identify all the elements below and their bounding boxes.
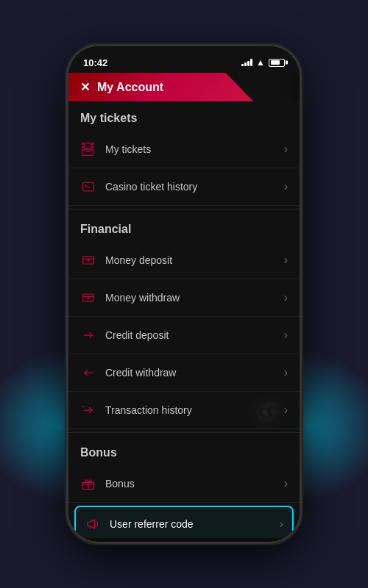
header: ✕ My Account (68, 73, 253, 101)
phone-wrapper: 10:42 ▲ ✕ My Account My tickets (0, 0, 368, 588)
menu-item-credit-deposit[interactable]: Credit deposit › (68, 317, 300, 354)
user-referrer-code-label: User referrer code (110, 518, 194, 530)
close-icon[interactable]: ✕ (80, 80, 90, 94)
my-tickets-label: My tickets (105, 143, 151, 155)
credit-deposit-label: Credit deposit (105, 329, 169, 341)
status-bar: 10:42 ▲ (68, 46, 300, 73)
wifi-icon: ▲ (256, 57, 265, 68)
phone-frame: 10:42 ▲ ✕ My Account My tickets (66, 44, 302, 544)
casino-ticket-icon (80, 179, 96, 195)
signal-bars-icon (241, 59, 252, 66)
status-icons: ▲ (241, 57, 285, 68)
section-bonus: Bonus (68, 436, 300, 465)
header-title: My Account (97, 81, 163, 94)
menu-item-casino-ticket-history[interactable]: Casino ticket history › (68, 168, 300, 206)
divider-1 (68, 209, 300, 209)
transaction-history-label: Transaction history (105, 404, 192, 416)
battery-icon (269, 59, 285, 67)
chevron-icon: › (284, 404, 288, 417)
money-withdraw-icon (80, 290, 96, 306)
megaphone-icon (85, 516, 101, 532)
ticket-icon (80, 141, 96, 157)
menu-item-my-tickets[interactable]: My tickets › (68, 131, 300, 168)
chevron-icon: › (284, 366, 288, 379)
menu-item-bonus[interactable]: Bonus › (68, 465, 300, 503)
chevron-icon: › (284, 143, 288, 156)
money-deposit-label: Money deposit (105, 254, 172, 266)
menu-item-money-deposit[interactable]: Money deposit › (68, 242, 300, 279)
bonus-label: Bonus (105, 478, 135, 490)
svg-rect-0 (83, 182, 94, 191)
money-withdraw-label: Money withdraw (105, 292, 180, 304)
chevron-icon: › (284, 254, 288, 267)
casino-ticket-history-label: Casino ticket history (105, 181, 197, 193)
chevron-icon: › (284, 291, 288, 304)
status-time: 10:42 (83, 57, 107, 68)
gift-icon (80, 476, 96, 492)
menu-item-user-referrer-code[interactable]: User referrer code › (74, 506, 294, 538)
chevron-icon: › (284, 180, 288, 193)
section-my-tickets: My tickets (68, 101, 300, 131)
credit-deposit-icon (80, 327, 96, 343)
divider-2 (68, 432, 300, 433)
menu-item-credit-withdraw[interactable]: Credit withdraw › (68, 354, 300, 392)
chevron-icon: › (284, 477, 288, 490)
credit-withdraw-icon (80, 365, 96, 381)
section-financial: Financial (68, 212, 300, 242)
transaction-icon (80, 402, 96, 418)
credit-withdraw-label: Credit withdraw (105, 367, 176, 379)
chevron-icon: › (280, 517, 283, 531)
money-deposit-icon (80, 252, 96, 268)
menu-item-transaction-history[interactable]: Transaction history › (68, 392, 300, 429)
screen-content[interactable]: My tickets My tickets › (68, 101, 300, 538)
menu-item-money-withdraw[interactable]: Money withdraw › (68, 279, 300, 317)
chevron-icon: › (284, 329, 288, 342)
